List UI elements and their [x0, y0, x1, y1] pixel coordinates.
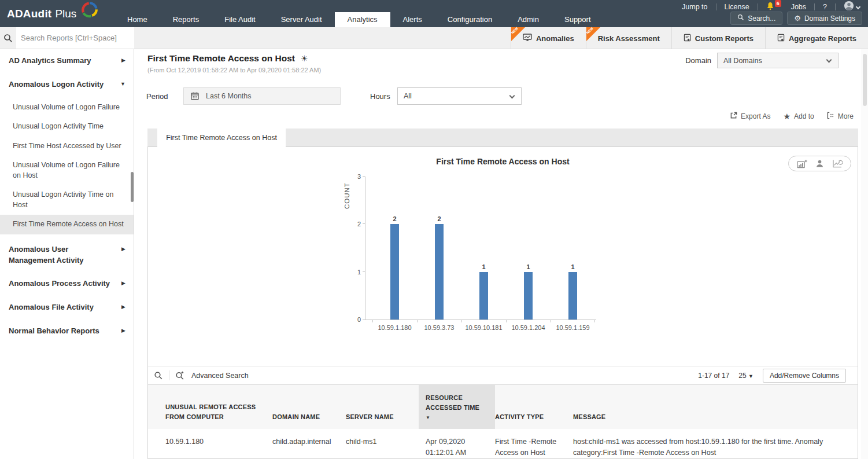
new-ribbon: NEW: [511, 27, 525, 41]
notifications-bell[interactable]: 6: [766, 2, 783, 12]
sun-icon[interactable]: ☀: [301, 54, 308, 63]
bar[interactable]: [435, 224, 444, 320]
jobs-link[interactable]: Jobs: [791, 3, 806, 11]
custom-reports-label: Custom Reports: [695, 34, 754, 43]
table-row[interactable]: 10.59.1.180 child.adap.internal child-ms…: [148, 429, 858, 458]
report-search-icon[interactable]: [0, 27, 16, 49]
y-axis-tick-label: 2: [357, 221, 361, 227]
user-analytics-icon[interactable]: [815, 159, 824, 168]
app-logo[interactable]: ADAudit Plus: [7, 0, 99, 27]
y-axis-tick-label: 0: [357, 316, 361, 323]
x-axis-tick: [417, 320, 461, 322]
main-content: First Time Remote Access on Host ☀ (From…: [134, 49, 868, 459]
custom-reports-link[interactable]: Custom Reports: [671, 27, 765, 49]
advanced-search-label[interactable]: Advanced Search: [191, 372, 249, 380]
chart-bar-group: 2: [417, 177, 461, 320]
nav-reports[interactable]: Reports: [160, 12, 212, 27]
more-button[interactable]: More: [827, 112, 854, 121]
nav-admin[interactable]: Admin: [505, 12, 552, 27]
license-link[interactable]: License: [725, 3, 749, 11]
header-buttons: Search... ⚙ Domain Settings: [730, 12, 862, 25]
bar[interactable]: [568, 272, 577, 320]
sidebar-item-normal-behavior-reports[interactable]: Normal Behavior Reports ▶: [0, 320, 134, 343]
column-header-activity-type[interactable]: ACTIVITY TYPE: [495, 385, 573, 429]
filters-row: Period Last 6 Months Hours All: [146, 87, 868, 105]
bar[interactable]: [524, 272, 533, 320]
jump-to-link[interactable]: Jump to: [682, 3, 707, 11]
advanced-search-icon[interactable]: [169, 371, 190, 380]
sidebar-report-unusual-logon-activity-time-host[interactable]: Unusual Logon Activity Time on Host: [0, 185, 134, 215]
user-menu[interactable]: [844, 1, 860, 13]
page-scrollbar-thumb[interactable]: [863, 54, 867, 106]
bar[interactable]: [390, 224, 399, 320]
x-axis-tick-label: 10.59.1.204: [506, 324, 551, 331]
sidebar-item-anomalous-logon-activity[interactable]: Anomalous Logon Activity ▼: [0, 73, 134, 97]
sidebar-report-unusual-volume-logon-failure[interactable]: Unusual Volume of Logon Failure: [0, 98, 134, 117]
x-axis-tick-label: 10.59.1.180: [372, 324, 417, 331]
nav-file-audit[interactable]: File Audit: [212, 12, 268, 27]
period-value: Last 6 Months: [206, 92, 252, 100]
y-axis-tick: [363, 319, 365, 320]
tab-first-time-remote-access[interactable]: First Time Remote Access on Host: [157, 128, 286, 147]
nav-configuration[interactable]: Configuration: [435, 12, 505, 27]
y-axis-tick-label: 3: [357, 173, 361, 180]
bar[interactable]: [479, 272, 488, 320]
column-header-message[interactable]: MESSAGE: [573, 385, 858, 429]
sidebar-report-first-time-host-accessed[interactable]: First Time Host Accessed by User: [0, 137, 134, 156]
sidebar-item-anomalous-file-activity[interactable]: Anomalous File Activity ▶: [0, 296, 134, 320]
column-header-server-name[interactable]: SERVER NAME: [346, 385, 426, 429]
chart-add-icon[interactable]: [797, 159, 807, 168]
nav-support[interactable]: Support: [552, 12, 604, 27]
table-toolbar-right: 1-17 of 17 25 ▼ Add/Remove Columns: [698, 369, 858, 383]
page-size-select[interactable]: 25 ▼: [738, 372, 754, 380]
column-header-unusual-remote-access[interactable]: UNUSUAL REMOTE ACCESS FROM COMPUTER: [165, 385, 272, 429]
chart-x-ticks: [372, 320, 595, 322]
sidebar-report-first-time-remote-access[interactable]: First Time Remote Access on Host: [0, 215, 134, 234]
column-header-domain-name[interactable]: DOMAIN NAME: [272, 385, 346, 429]
nav-server-audit[interactable]: Server Audit: [268, 12, 335, 27]
aggregate-reports-link[interactable]: Aggregate Reports: [765, 27, 868, 49]
export-as-button[interactable]: Export As: [730, 112, 770, 121]
sidebar-item-anomalous-user-management[interactable]: Anomalous User Management Activity ▶: [0, 238, 134, 273]
sidebar-item-anomalous-process-activity[interactable]: Anomalous Process Activity ▶: [0, 272, 134, 296]
add-remove-columns-button[interactable]: Add/Remove Columns: [763, 369, 846, 383]
export-icon: [730, 112, 737, 121]
sidebar: AD Analytics Summary ▶ Anomalous Logon A…: [0, 49, 134, 459]
hours-select[interactable]: All: [397, 87, 522, 105]
star-icon: ★: [783, 112, 791, 121]
chart-refresh-icon[interactable]: [832, 159, 843, 168]
chart-bar-group: 1: [551, 177, 595, 320]
pagination-range: 1-17 of 17: [698, 372, 729, 380]
risk-assessment-link[interactable]: NEW Risk Assessment: [586, 27, 671, 49]
nav-alerts[interactable]: Alerts: [390, 12, 435, 27]
help-link[interactable]: ?: [823, 3, 827, 11]
quick-links: NEW Anomalies NEW Risk Assessment Custom…: [511, 27, 868, 49]
sidebar-report-unusual-logon-activity-time[interactable]: Unusual Logon Activity Time: [0, 117, 134, 137]
report-search-input[interactable]: [16, 27, 134, 49]
arrow-right-icon: ▶: [121, 246, 125, 252]
chart-bar-group: 2: [372, 177, 417, 320]
sidebar-item-ad-analytics-summary[interactable]: AD Analytics Summary ▶: [0, 49, 134, 73]
arrow-right-icon: ▶: [121, 304, 125, 310]
anomalies-link[interactable]: NEW Anomalies: [511, 27, 586, 49]
add-to-button[interactable]: ★ Add to: [783, 112, 814, 121]
global-search-button[interactable]: Search...: [730, 12, 782, 25]
chart-toolbar: [788, 156, 851, 171]
page-title: First Time Remote Access on Host ☀: [147, 53, 308, 64]
sidebar-scrollbar-thumb[interactable]: [131, 172, 134, 202]
period-picker[interactable]: Last 6 Months: [183, 87, 341, 105]
domain-select[interactable]: All Domains: [717, 53, 839, 68]
cell-computer: 10.59.1.180: [165, 429, 272, 458]
table-search-icon[interactable]: [148, 371, 169, 380]
table-toolbar: Advanced Search 1-17 of 17 25 ▼ Add/Remo…: [148, 366, 858, 385]
domain-settings-button[interactable]: ⚙ Domain Settings: [787, 12, 862, 25]
column-header-resource-accessed-time[interactable]: RESOURCE ACCESSED TIME ▼: [419, 385, 495, 429]
risk-assessment-label: Risk Assessment: [598, 34, 660, 43]
nav-analytics[interactable]: Analytics: [335, 12, 390, 27]
nav-home[interactable]: Home: [114, 12, 160, 27]
search-button-label: Search...: [748, 14, 775, 23]
report-panel: First Time Remote Access on Host COUNT 0…: [147, 146, 858, 459]
sidebar-report-unusual-volume-logon-failure-host[interactable]: Unusual Volume of Logon Failure on Host: [0, 156, 134, 185]
page-scrollbar[interactable]: [862, 49, 868, 459]
arrow-down-icon: ▼: [120, 81, 125, 87]
